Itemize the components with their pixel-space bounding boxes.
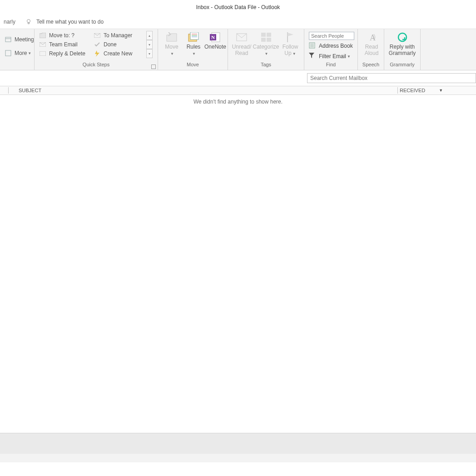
unread-read-button[interactable]: Unread/Read — [231, 31, 253, 57]
svg-rect-12 — [190, 32, 198, 40]
svg-marker-5 — [40, 33, 46, 38]
reply-delete-icon — [39, 50, 46, 57]
svg-point-0 — [27, 19, 30, 22]
status-bar — [0, 433, 476, 454]
qs-moveto[interactable]: Move to: ? — [37, 31, 92, 40]
svg-point-32 — [398, 33, 407, 41]
svg-rect-2 — [5, 37, 11, 42]
svg-rect-4 — [5, 50, 11, 56]
title-bar: Inbox - Outlook Data File - Outlook — [0, 0, 476, 15]
followup-button[interactable]: FollowUp▼ — [279, 31, 301, 58]
svg-marker-30 — [309, 53, 314, 58]
ribbon: Meeting More ▼ Move to: ? To Man — [0, 29, 476, 70]
categorize-icon — [260, 32, 273, 43]
address-book-button[interactable]: Address Book — [309, 41, 354, 50]
svg-marker-9 — [95, 50, 99, 57]
col-received[interactable]: RECEIVED ▼ — [400, 88, 476, 93]
quicksteps-dialog-launcher[interactable] — [151, 64, 156, 69]
calendar-icon — [5, 36, 12, 43]
move-button[interactable]: Move▼ — [161, 31, 183, 58]
group-label-blank — [0, 62, 34, 70]
onenote-icon: N — [209, 32, 222, 43]
group-label-speech: Speech — [358, 62, 384, 70]
mail-icon — [39, 41, 46, 48]
qs-tomanager[interactable]: To Manager — [92, 31, 146, 40]
tellme-input[interactable]: Tell me what you want to do — [36, 19, 104, 25]
bottom-strip — [0, 454, 476, 462]
reply-grammarly-button[interactable]: Reply withGrammarly — [387, 31, 417, 57]
more-button[interactable]: More ▼ — [3, 49, 33, 58]
svg-rect-1 — [28, 22, 30, 24]
group-label-quicksteps: Quick Steps — [35, 62, 158, 70]
message-list: We didn't find anything to show here. — [0, 95, 476, 433]
qs-createnew[interactable]: Create New — [92, 49, 146, 58]
categorize-button[interactable]: Categorize▼ — [253, 31, 279, 58]
group-label-tags: Tags — [228, 62, 304, 70]
qs-teamemail[interactable]: Team Email — [37, 40, 92, 49]
meeting-label: Meeting — [15, 36, 34, 43]
meeting-button[interactable]: Meeting — [3, 35, 36, 44]
grammarly-icon — [396, 32, 409, 43]
group-label-move: Move — [158, 62, 228, 70]
qs-scroll-up[interactable]: ▴ — [146, 31, 153, 40]
move-folder-icon — [165, 32, 178, 43]
qs-done[interactable]: Done — [92, 40, 146, 49]
lightbulb-icon — [25, 19, 32, 25]
check-icon — [94, 41, 101, 48]
chevron-down-icon: ▼ — [293, 52, 296, 56]
funnel-icon — [309, 53, 316, 60]
chevron-down-icon: ▼ — [347, 55, 351, 59]
svg-marker-25 — [288, 33, 293, 36]
tab-partial[interactable]: narly — [4, 19, 15, 25]
search-bar-row — [0, 70, 476, 86]
chevron-down-icon: ▼ — [28, 51, 31, 55]
col-subject[interactable]: SUBJECT — [19, 88, 396, 93]
lightning-icon — [94, 50, 101, 57]
read-aloud-button[interactable]: A ReadAloud — [361, 31, 382, 57]
chevron-down-icon: ▼ — [170, 52, 174, 56]
svg-text:N: N — [211, 35, 215, 40]
address-book-icon — [309, 42, 316, 50]
chevron-down-icon: ▼ — [265, 52, 268, 56]
sort-desc-icon: ▼ — [439, 88, 443, 93]
search-mailbox-input[interactable] — [307, 73, 476, 83]
rules-icon — [187, 32, 200, 43]
window-title: Inbox - Outlook Data File - Outlook — [196, 4, 280, 10]
svg-rect-21 — [267, 33, 271, 37]
flag-icon — [284, 32, 297, 43]
onenote-button[interactable]: N OneNote — [204, 31, 226, 51]
rules-button[interactable]: Rules▼ — [183, 31, 204, 58]
empty-message: We didn't find anything to show here. — [0, 95, 476, 105]
chevron-down-icon: ▼ — [192, 52, 196, 56]
svg-rect-20 — [261, 33, 266, 37]
folder-icon — [39, 32, 46, 39]
read-aloud-icon: A — [365, 32, 378, 43]
tellme-row: narly Tell me what you want to do — [0, 15, 476, 29]
qs-expand[interactable]: ▾ — [146, 49, 153, 58]
svg-rect-8 — [40, 51, 46, 56]
svg-rect-22 — [261, 38, 266, 42]
svg-marker-10 — [167, 34, 177, 41]
more-label: More — [15, 50, 27, 56]
svg-rect-23 — [267, 38, 271, 42]
qs-scroll-down[interactable]: ▾ — [146, 40, 153, 49]
forward-icon — [94, 32, 101, 39]
group-label-grammarly: Grammarly — [384, 62, 420, 70]
search-people-input[interactable] — [309, 32, 354, 40]
column-header: SUBJECT RECEIVED ▼ — [0, 86, 476, 95]
more-icon — [5, 50, 12, 57]
envelope-icon — [235, 32, 248, 43]
qs-replydelete[interactable]: Reply & Delete — [37, 49, 92, 58]
group-label-find: Find — [304, 62, 357, 70]
filter-email-button[interactable]: Filter Email ▼ — [309, 52, 354, 61]
